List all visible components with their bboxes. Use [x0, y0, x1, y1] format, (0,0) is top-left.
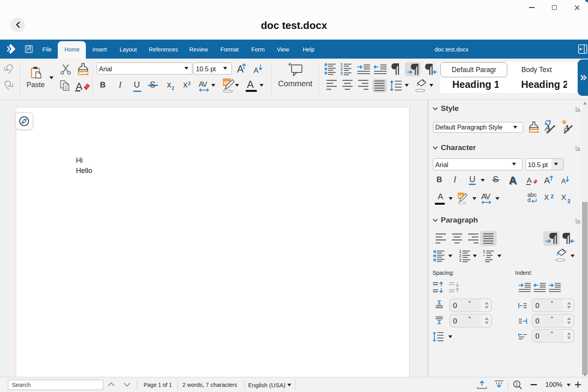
svg-text:3: 3	[459, 258, 461, 263]
svg-text:1: 1	[516, 382, 518, 387]
svg-text:3: 3	[340, 71, 343, 76]
svg-text:1: 1	[483, 249, 485, 254]
